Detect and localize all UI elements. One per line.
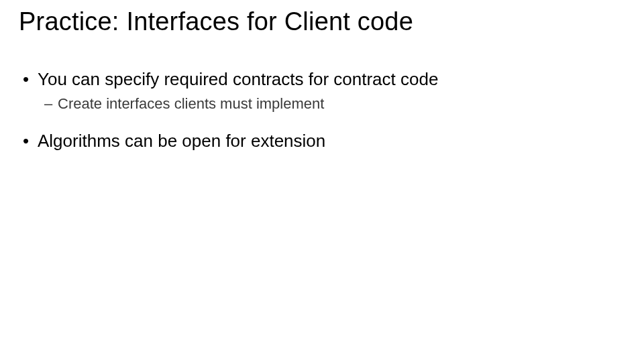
sub-bullet-item: – Create interfaces clients must impleme… bbox=[21, 95, 625, 113]
bullet-item: • You can specify required contracts for… bbox=[21, 68, 625, 91]
sub-bullet-text: Create interfaces clients must implement bbox=[58, 95, 324, 113]
bullet-marker-icon: • bbox=[21, 68, 38, 91]
slide-container: Practice: Interfaces for Client code • Y… bbox=[0, 0, 644, 362]
bullet-item: • Algorithms can be open for extension bbox=[21, 130, 625, 153]
bullet-text: You can specify required contracts for c… bbox=[38, 68, 438, 91]
slide-content: • You can specify required contracts for… bbox=[19, 68, 625, 153]
sub-bullet-marker-icon: – bbox=[44, 95, 58, 113]
bullet-marker-icon: • bbox=[21, 130, 38, 153]
slide-title: Practice: Interfaces for Client code bbox=[19, 8, 625, 36]
bullet-text: Algorithms can be open for extension bbox=[38, 130, 325, 153]
